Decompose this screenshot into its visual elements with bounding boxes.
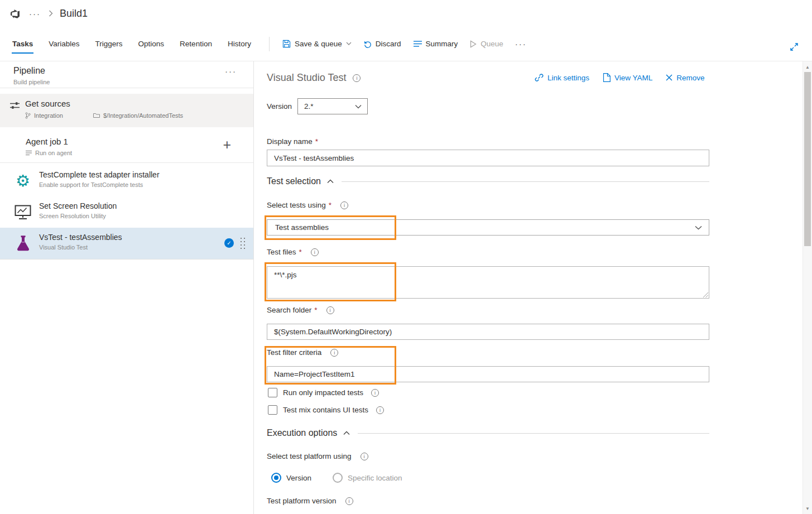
- tab-retention[interactable]: Retention: [172, 27, 220, 61]
- info-icon[interactable]: i: [311, 248, 319, 256]
- info-icon[interactable]: i: [340, 201, 348, 209]
- radio-version[interactable]: Version: [271, 473, 311, 483]
- radio-specific-location[interactable]: Specific location: [333, 473, 402, 483]
- required-asterisk: *: [315, 137, 318, 146]
- pipeline-more-button[interactable]: ···: [225, 66, 237, 76]
- select-tests-using-dropdown[interactable]: Test assemblies: [267, 219, 709, 236]
- drag-handle[interactable]: [239, 237, 246, 250]
- chevron-down-icon: [355, 104, 362, 109]
- task-subtitle: Visual Studio Test: [39, 244, 88, 251]
- required-asterisk: *: [314, 306, 317, 314]
- tab-tasks[interactable]: Tasks: [4, 27, 41, 61]
- scrollbar-thumb[interactable]: [804, 72, 811, 246]
- info-icon[interactable]: i: [371, 389, 379, 397]
- execution-options-section-header[interactable]: Execution options: [267, 428, 709, 438]
- task-row-vstest[interactable]: VsTest - testAssemblies Visual Studio Te…: [0, 228, 253, 259]
- info-icon[interactable]: i: [345, 497, 353, 505]
- info-icon[interactable]: i: [361, 453, 368, 460]
- save-and-queue-button[interactable]: Save & queue: [276, 36, 358, 51]
- discard-button[interactable]: Discard: [358, 36, 407, 51]
- task-title: VsTest - testAssemblies: [39, 233, 122, 242]
- queue-button[interactable]: Queue: [464, 36, 510, 51]
- task-header-actions: Link settings View YAML Remove: [535, 73, 705, 82]
- view-yaml-label: View YAML: [614, 74, 652, 82]
- test-filter-criteria-input[interactable]: [267, 366, 709, 382]
- search-folder-input[interactable]: [267, 324, 709, 340]
- required-asterisk: *: [299, 248, 302, 256]
- remove-task-button[interactable]: Remove: [666, 74, 704, 82]
- tab-options[interactable]: Options: [131, 27, 172, 61]
- task-enabled-check-icon[interactable]: ✓: [224, 238, 234, 248]
- scrollbar-down-arrow[interactable]: ▼: [803, 504, 812, 513]
- tab-triggers[interactable]: Triggers: [88, 27, 131, 61]
- branch-name: Integration: [34, 112, 63, 119]
- agent-job-item[interactable]: Agent job 1 Run on agent +: [0, 133, 253, 163]
- version-value: 2.*: [304, 102, 314, 111]
- task-list: ⚙ TestComplete test adapter installer En…: [0, 165, 253, 260]
- breadcrumb-more-button[interactable]: ···: [29, 9, 41, 18]
- agent-job-title: Agent job 1: [26, 137, 68, 146]
- task-title: Set Screen Resolution: [39, 201, 117, 210]
- test-files-textarea[interactable]: **\*.pjs: [267, 266, 709, 299]
- display-name-input[interactable]: [267, 150, 709, 166]
- chevron-right-icon: [49, 10, 53, 17]
- tab-history[interactable]: History: [220, 27, 259, 61]
- info-icon[interactable]: i: [326, 306, 334, 314]
- source-path: $/Integration/AutomatedTests: [103, 112, 183, 119]
- required-asterisk: *: [329, 201, 331, 209]
- task-row-set-screen-resolution[interactable]: Set Screen Resolution Screen Resolution …: [0, 196, 253, 228]
- get-sources-title: Get sources: [25, 99, 70, 108]
- play-icon: [470, 40, 477, 48]
- monitor-icon: [13, 203, 32, 222]
- chevron-up-icon: [327, 179, 334, 184]
- get-sources-icon: [10, 102, 20, 109]
- chevron-down-icon: [695, 225, 702, 230]
- get-sources-item[interactable]: Get sources Integration $/Integration/Au…: [0, 94, 253, 127]
- flask-icon: [13, 234, 32, 253]
- scrollbar-up-arrow[interactable]: ▲: [803, 63, 812, 71]
- pipeline-title: Pipeline: [13, 66, 45, 76]
- chevron-down-icon: [346, 42, 352, 46]
- task-row-testcomplete-installer[interactable]: ⚙ TestComplete test adapter installer En…: [0, 165, 253, 196]
- agent-job-subtitle-label: Run on agent: [35, 150, 72, 156]
- run-only-impacted-label: Run only impacted tests: [283, 388, 363, 397]
- task-settings-panel: Visual Studio Test i Link settings View …: [254, 61, 812, 514]
- select-tests-using-value: Test assemblies: [275, 223, 329, 232]
- execution-options-heading: Execution options: [267, 428, 337, 438]
- link-settings-button[interactable]: Link settings: [535, 73, 589, 82]
- get-sources-meta: Integration $/Integration/AutomatedTests: [25, 112, 183, 119]
- section-divider: [342, 181, 709, 182]
- display-name-label: Display name: [267, 137, 313, 146]
- tab-retention-label: Retention: [180, 40, 212, 48]
- version-select[interactable]: 2.*: [297, 98, 368, 114]
- info-icon[interactable]: i: [376, 406, 384, 414]
- task-subtitle: Screen Resolution Utility: [39, 213, 106, 219]
- version-label: Version: [267, 102, 292, 111]
- section-divider: [358, 433, 709, 434]
- discard-label: Discard: [376, 40, 401, 48]
- test-selection-section-header[interactable]: Test selection: [267, 176, 709, 186]
- add-task-button[interactable]: +: [223, 138, 231, 152]
- remove-label: Remove: [676, 74, 704, 82]
- select-test-platform-label: Select test platform using: [267, 452, 352, 460]
- test-mix-ui-checkbox[interactable]: [268, 405, 277, 415]
- pipeline-header: Pipeline Build pipeline ···: [0, 61, 253, 88]
- azure-devops-logo-icon[interactable]: [11, 9, 20, 18]
- chevron-up-icon: [343, 431, 350, 435]
- close-icon: [666, 74, 672, 81]
- tab-variables[interactable]: Variables: [41, 27, 87, 61]
- test-mix-ui-label: Test mix contains UI tests: [283, 406, 368, 414]
- fullscreen-icon[interactable]: [790, 42, 799, 51]
- run-only-impacted-checkbox[interactable]: [268, 388, 277, 397]
- test-files-label: Test files: [267, 248, 296, 256]
- summary-button[interactable]: Summary: [407, 36, 464, 51]
- info-icon[interactable]: i: [353, 74, 361, 82]
- resize-grip-icon[interactable]: [703, 292, 708, 297]
- vertical-scrollbar[interactable]: ▲ ▼: [803, 61, 812, 514]
- toolbar-more-button[interactable]: ···: [510, 36, 532, 52]
- tab-triggers-label: Triggers: [95, 40, 123, 48]
- view-yaml-button[interactable]: View YAML: [603, 73, 652, 82]
- test-selection-heading: Test selection: [267, 176, 321, 186]
- info-icon[interactable]: i: [330, 349, 338, 357]
- app-header: ··· Build1: [0, 0, 812, 27]
